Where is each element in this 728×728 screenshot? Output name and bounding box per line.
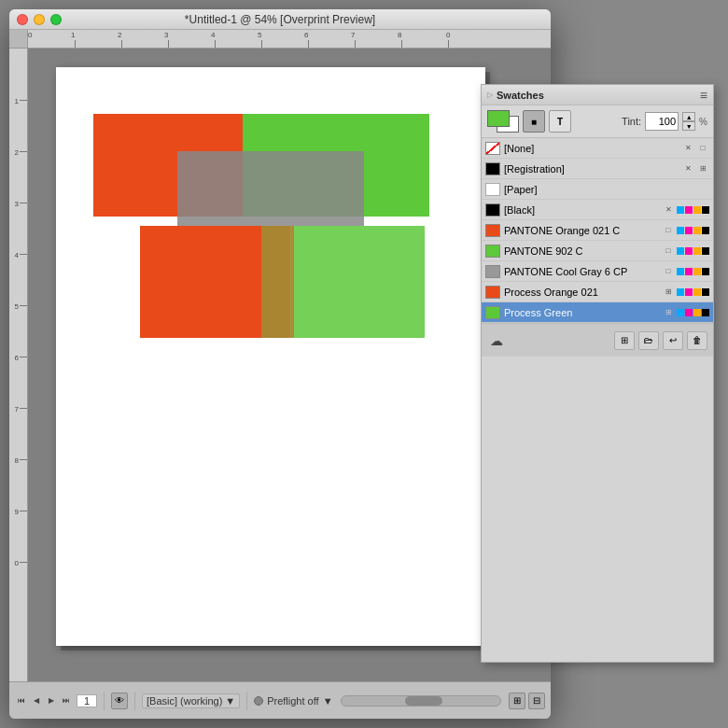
swatch-color-registration — [485, 162, 500, 175]
minimize-button[interactable] — [34, 14, 45, 25]
swatch-name-process-green: Process Green — [504, 307, 658, 318]
grid-view-button[interactable]: ⊞ — [509, 693, 525, 709]
process-green-color-squares — [677, 309, 709, 316]
pantone-gray-sq-icon: □ — [662, 265, 675, 278]
tint-down[interactable]: ▼ — [682, 121, 695, 131]
next-page-button[interactable]: ▶ — [45, 694, 58, 707]
swatch-row-pantone-orange[interactable]: PANTONE Orange 021 C □ — [482, 220, 713, 241]
page-navigation: ⏮ ◀ ▶ ⏭ — [15, 694, 73, 707]
separator-1 — [104, 692, 105, 710]
text-swatch-btn[interactable]: T — [549, 110, 571, 133]
swatch-color-black — [485, 203, 500, 217]
prev-page-button[interactable]: ◀ — [30, 694, 43, 707]
swatch-name-paper: [Paper] — [504, 184, 706, 195]
tint-input[interactable] — [645, 112, 679, 131]
profile-select[interactable]: [Basic] (working) ▼ — [142, 693, 240, 708]
canvas-area[interactable] — [28, 49, 551, 681]
swatches-panel-bottom: ☁ ⊞ 🗁 ↩ 🗑 — [482, 323, 713, 357]
swatch-icons-registration: ✕ ⊞ — [681, 162, 709, 175]
window-buttons — [17, 14, 62, 25]
swatches-menu-icon[interactable]: ≡ — [700, 88, 707, 103]
panel-cloud-icon[interactable]: ☁ — [487, 331, 506, 350]
reg-grid-icon: ⊞ — [696, 162, 709, 175]
maximize-button[interactable] — [50, 14, 62, 25]
window-title: *Untitled-1 @ 54% [Overprint Preview] — [185, 13, 375, 26]
swatch-icons-pantone-green: □ — [662, 245, 709, 258]
status-bar: ⏮ ◀ ▶ ⏭ 1 👁 [Basic] (working) ▼ Prefligh… — [9, 681, 551, 719]
preflight-label: Preflight off — [267, 695, 318, 707]
swatch-color-paper — [485, 183, 500, 196]
none-x-icon: ✕ — [681, 142, 694, 155]
fill-swatch-btn[interactable]: ■ — [523, 110, 545, 133]
panel-trash-btn[interactable]: 🗑 — [687, 331, 707, 350]
panel-arrows-icon: ▷ — [487, 91, 493, 99]
swatch-color-pantone-green — [485, 245, 500, 258]
close-button[interactable] — [17, 14, 28, 25]
last-page-button[interactable]: ⏭ — [60, 694, 73, 707]
panel-grid-btn[interactable]: ⊞ — [614, 331, 635, 350]
swatch-icons-process-green: ⊞ — [662, 306, 709, 319]
swatch-name-process-orange: Process Orange 021 — [504, 287, 658, 298]
overlap-rect — [261, 226, 294, 338]
reg-x-icon: ✕ — [681, 162, 694, 175]
black-x-icon: ✕ — [662, 203, 675, 217]
swatch-row-paper[interactable]: [Paper] — [482, 179, 713, 200]
preflight-area[interactable]: Preflight off ▼ — [254, 695, 332, 707]
swatches-toolbar: ■ T Tint: ▲ ▼ % — [482, 105, 713, 138]
document-page[interactable] — [56, 67, 485, 646]
swatch-row-none[interactable]: [None] ✕ □ — [482, 138, 713, 159]
split-view-button[interactable]: ⊟ — [528, 693, 545, 709]
swatch-row-pantone-green[interactable]: PANTONE 902 C □ — [482, 241, 713, 261]
horizontal-scrollbar[interactable] — [341, 695, 501, 707]
swatch-name-registration: [Registration] — [504, 163, 678, 175]
process-green-grid-icon: ⊞ — [662, 306, 675, 319]
first-page-button[interactable]: ⏮ — [15, 694, 28, 707]
swatch-icons-process-orange: ⊞ — [662, 286, 709, 299]
pantone-green-sq-icon: □ — [662, 245, 675, 258]
profile-label: [Basic] (working) — [147, 695, 222, 707]
swatch-name-pantone-orange: PANTONE Orange 021 C — [504, 225, 658, 236]
swatch-row-black[interactable]: [Black] ✕ — [482, 200, 713, 220]
swatch-row-process-orange[interactable]: Process Orange 021 ⊞ — [482, 282, 713, 302]
tint-label: Tint: — [622, 116, 641, 127]
swatch-icons-black: ✕ — [662, 203, 709, 217]
pantone-gray-color-squares — [677, 268, 709, 275]
swatch-color-process-orange — [485, 286, 500, 299]
ruler-corner — [9, 30, 28, 49]
tint-up[interactable]: ▲ — [682, 112, 695, 121]
swatch-color-process-green — [485, 306, 500, 319]
ruler-horizontal: 0 1 2 3 4 5 6 7 8 0 — [28, 30, 551, 49]
panel-new-btn[interactable]: ↩ — [663, 331, 683, 350]
black-color-squares — [677, 206, 709, 214]
gray-rect-overlay — [177, 151, 364, 226]
profile-chevron: ▼ — [225, 695, 235, 707]
ruler-vertical: 1 2 3 4 5 6 7 8 9 0 — [9, 49, 28, 681]
swatch-name-pantone-gray: PANTONE Cool Gray 6 CP — [504, 266, 658, 277]
pantone-orange-sq-icon: □ — [662, 224, 675, 237]
swatch-icons-pantone-orange: □ — [662, 224, 709, 237]
swatch-row-registration[interactable]: [Registration] ✕ ⊞ — [482, 159, 713, 179]
swatch-name-none: [None] — [504, 143, 678, 154]
swatch-row-pantone-gray[interactable]: PANTONE Cool Gray 6 CP □ — [482, 261, 713, 282]
preflight-chevron: ▼ — [323, 695, 333, 707]
swatch-list: [None] ✕ □ [Registration] ✕ ⊞ [Paper] [ — [482, 138, 713, 323]
preflight-dot — [254, 696, 263, 706]
panel-folder-btn[interactable]: 🗁 — [638, 331, 659, 350]
pantone-orange-color-squares — [677, 227, 709, 234]
swatch-icons-none: ✕ □ — [681, 142, 709, 155]
eye-button[interactable]: 👁 — [111, 693, 128, 709]
separator-3 — [246, 692, 247, 710]
swatch-icons-pantone-gray: □ — [662, 265, 709, 278]
page-number[interactable]: 1 — [77, 694, 97, 707]
panel-bottom-right: ⊞ 🗁 ↩ 🗑 — [614, 331, 707, 350]
title-bar: *Untitled-1 @ 54% [Overprint Preview] — [9, 9, 551, 30]
scroll-thumb[interactable] — [405, 696, 442, 706]
tint-unit: % — [699, 117, 707, 127]
swatches-panel: ▷ Swatches ≡ ■ T Tint: ▲ ▼ % [None] ✕ — [481, 84, 714, 663]
swatch-color-pantone-orange — [485, 224, 500, 237]
none-sq-icon: □ — [696, 142, 709, 155]
swatches-title: Swatches — [497, 90, 544, 101]
swatch-color-none — [485, 142, 500, 155]
swatch-row-process-green[interactable]: Process Green ⊞ — [482, 302, 713, 323]
process-orange-color-squares — [677, 288, 709, 296]
